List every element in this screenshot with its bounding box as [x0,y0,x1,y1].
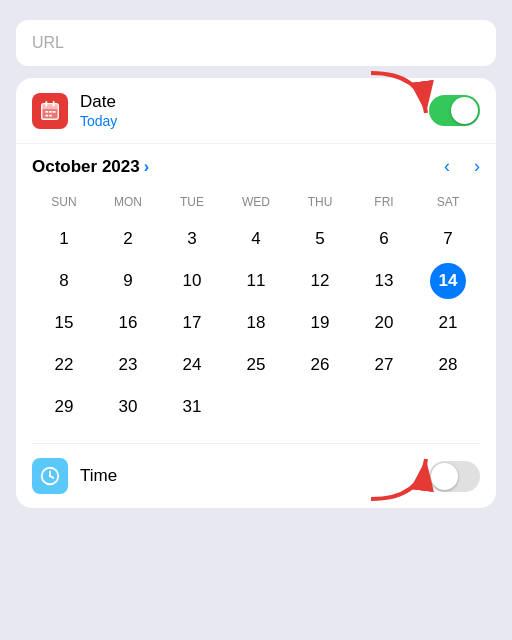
svg-rect-10 [49,114,52,116]
url-bar[interactable]: URL [16,20,496,66]
day-header-sat: SAT [416,191,480,213]
cal-day-6[interactable]: 6 [352,219,416,259]
cal-day-20[interactable]: 20 [352,303,416,343]
cal-day-21[interactable]: 21 [416,303,480,343]
date-sublabel: Today [80,113,429,129]
calendar-section: October 2023 › ‹ › SUN MON TUE WED THU F… [16,144,496,443]
cal-day-4[interactable]: 4 [224,219,288,259]
month-year-text: October 2023 [32,157,140,177]
cal-empty-4 [416,387,480,427]
cal-day-3[interactable]: 3 [160,219,224,259]
cal-day-24[interactable]: 24 [160,345,224,385]
cal-empty-1 [224,387,288,427]
svg-rect-7 [49,111,52,113]
calendar-grid: 1 2 3 4 5 6 7 8 9 10 11 12 13 14 15 16 1… [32,219,480,427]
cal-day-25[interactable]: 25 [224,345,288,385]
cal-empty-2 [288,387,352,427]
time-toggle[interactable] [429,461,480,492]
date-label-group: Date Today [80,92,429,129]
cal-day-7[interactable]: 7 [416,219,480,259]
svg-rect-8 [53,111,56,113]
cal-day-19[interactable]: 19 [288,303,352,343]
cal-day-28[interactable]: 28 [416,345,480,385]
calendar-icon [32,93,68,129]
cal-day-13[interactable]: 13 [352,261,416,301]
date-label: Date [80,92,429,112]
time-toggle-knob [431,463,458,490]
calendar-nav: ‹ › [444,156,480,177]
day-header-wed: WED [224,191,288,213]
day-header-fri: FRI [352,191,416,213]
day-header-thu: THU [288,191,352,213]
cal-day-14-today[interactable]: 14 [430,263,466,299]
cal-day-18[interactable]: 18 [224,303,288,343]
date-toggle-knob [451,97,478,124]
url-placeholder: URL [32,34,64,51]
next-month-button[interactable]: › [474,156,480,177]
cal-day-26[interactable]: 26 [288,345,352,385]
main-card: Date Today October 2023 › ‹ › SUN [16,78,496,508]
time-row: Time [16,444,496,508]
calendar-svg [39,100,61,122]
cal-day-27[interactable]: 27 [352,345,416,385]
month-chevron-icon[interactable]: › [144,158,149,176]
cal-day-31[interactable]: 31 [160,387,224,427]
cal-day-2[interactable]: 2 [96,219,160,259]
date-toggle[interactable] [429,95,480,126]
day-header-sun: SUN [32,191,96,213]
cal-day-22[interactable]: 22 [32,345,96,385]
cal-day-8[interactable]: 8 [32,261,96,301]
clock-icon [32,458,68,494]
cal-day-1[interactable]: 1 [32,219,96,259]
svg-line-13 [50,476,53,478]
cal-day-5[interactable]: 5 [288,219,352,259]
cal-day-10[interactable]: 10 [160,261,224,301]
month-year-label: October 2023 › [32,157,444,177]
cal-day-29[interactable]: 29 [32,387,96,427]
day-headers: SUN MON TUE WED THU FRI SAT [32,191,480,213]
day-header-mon: MON [96,191,160,213]
svg-rect-6 [45,111,48,113]
cal-day-15[interactable]: 15 [32,303,96,343]
cal-day-12[interactable]: 12 [288,261,352,301]
cal-day-30[interactable]: 30 [96,387,160,427]
time-label: Time [80,466,429,486]
date-row: Date Today [16,78,496,144]
cal-day-17[interactable]: 17 [160,303,224,343]
day-header-tue: TUE [160,191,224,213]
cal-empty-3 [352,387,416,427]
clock-svg [39,465,61,487]
cal-day-11[interactable]: 11 [224,261,288,301]
svg-rect-3 [42,103,59,109]
cal-day-16[interactable]: 16 [96,303,160,343]
calendar-header: October 2023 › ‹ › [32,156,480,177]
prev-month-button[interactable]: ‹ [444,156,450,177]
svg-rect-9 [45,114,48,116]
cal-day-9[interactable]: 9 [96,261,160,301]
cal-day-23[interactable]: 23 [96,345,160,385]
